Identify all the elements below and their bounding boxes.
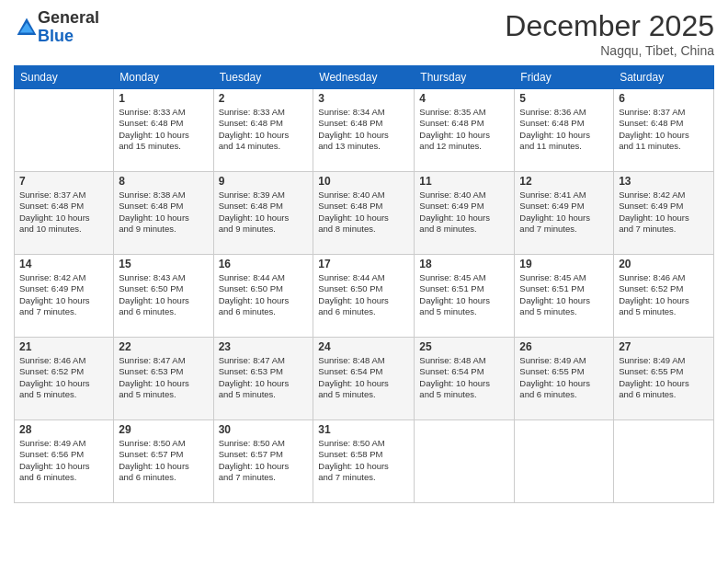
day-info: Sunrise: 8:33 AMSunset: 6:48 PMDaylight:… — [219, 107, 309, 152]
header-monday: Monday — [114, 66, 213, 89]
day-number: 9 — [219, 175, 309, 188]
day-info: Sunrise: 8:50 AMSunset: 6:58 PMDaylight:… — [318, 438, 409, 483]
day-number: 21 — [19, 340, 108, 353]
day-info: Sunrise: 8:38 AMSunset: 6:48 PMDaylight:… — [119, 190, 208, 235]
calendar-cell: 25Sunrise: 8:48 AMSunset: 6:54 PMDayligh… — [415, 338, 515, 420]
day-number: 25 — [419, 340, 509, 353]
day-info: Sunrise: 8:39 AMSunset: 6:48 PMDaylight:… — [219, 190, 309, 235]
day-number: 13 — [619, 175, 709, 188]
calendar-cell — [15, 89, 114, 172]
week-row-4: 21Sunrise: 8:46 AMSunset: 6:52 PMDayligh… — [15, 338, 714, 420]
day-number: 19 — [519, 258, 609, 270]
week-row-3: 14Sunrise: 8:42 AMSunset: 6:49 PMDayligh… — [15, 255, 714, 338]
calendar-cell: 15Sunrise: 8:43 AMSunset: 6:50 PMDayligh… — [114, 255, 213, 338]
calendar-cell: 16Sunrise: 8:44 AMSunset: 6:50 PMDayligh… — [213, 255, 313, 338]
logo-icon — [16, 17, 38, 39]
day-info: Sunrise: 8:47 AMSunset: 6:53 PMDaylight:… — [219, 355, 309, 400]
calendar-table: SundayMondayTuesdayWednesdayThursdayFrid… — [14, 65, 714, 503]
calendar-cell: 26Sunrise: 8:49 AMSunset: 6:55 PMDayligh… — [515, 338, 614, 420]
week-row-5: 28Sunrise: 8:49 AMSunset: 6:56 PMDayligh… — [15, 420, 714, 503]
day-number: 29 — [119, 423, 208, 436]
month-title: December 2025 — [505, 9, 714, 43]
day-info: Sunrise: 8:46 AMSunset: 6:52 PMDaylight:… — [19, 355, 108, 400]
calendar-cell: 5Sunrise: 8:36 AMSunset: 6:48 PMDaylight… — [515, 89, 614, 172]
day-number: 11 — [419, 175, 509, 188]
day-number: 23 — [219, 340, 309, 353]
header-sunday: Sunday — [15, 66, 114, 89]
calendar-cell: 20Sunrise: 8:46 AMSunset: 6:52 PMDayligh… — [614, 255, 714, 338]
calendar-cell: 31Sunrise: 8:50 AMSunset: 6:58 PMDayligh… — [313, 420, 415, 503]
calendar-cell: 2Sunrise: 8:33 AMSunset: 6:48 PMDaylight… — [213, 89, 313, 172]
day-info: Sunrise: 8:35 AMSunset: 6:48 PMDaylight:… — [419, 107, 509, 152]
day-number: 10 — [318, 175, 409, 188]
day-number: 2 — [219, 92, 309, 105]
calendar-cell: 13Sunrise: 8:42 AMSunset: 6:49 PMDayligh… — [614, 172, 714, 255]
calendar-cell: 18Sunrise: 8:45 AMSunset: 6:51 PMDayligh… — [415, 255, 515, 338]
day-number: 20 — [619, 258, 709, 270]
day-info: Sunrise: 8:42 AMSunset: 6:49 PMDaylight:… — [19, 272, 108, 317]
title-section: December 2025 Nagqu, Tibet, China — [505, 9, 714, 58]
calendar-cell: 3Sunrise: 8:34 AMSunset: 6:48 PMDaylight… — [313, 89, 415, 172]
calendar-cell: 4Sunrise: 8:35 AMSunset: 6:48 PMDaylight… — [415, 89, 515, 172]
day-number: 12 — [519, 175, 609, 188]
calendar-cell: 6Sunrise: 8:37 AMSunset: 6:48 PMDaylight… — [614, 89, 714, 172]
calendar-cell: 23Sunrise: 8:47 AMSunset: 6:53 PMDayligh… — [213, 338, 313, 420]
day-info: Sunrise: 8:45 AMSunset: 6:51 PMDaylight:… — [519, 272, 609, 317]
calendar-cell: 30Sunrise: 8:50 AMSunset: 6:57 PMDayligh… — [213, 420, 313, 503]
day-number: 8 — [119, 175, 208, 188]
day-number: 7 — [19, 175, 108, 188]
calendar-cell: 7Sunrise: 8:37 AMSunset: 6:48 PMDaylight… — [15, 172, 114, 255]
day-number: 18 — [419, 258, 509, 270]
day-number: 30 — [219, 423, 309, 436]
calendar-cell: 24Sunrise: 8:48 AMSunset: 6:54 PMDayligh… — [313, 338, 415, 420]
day-info: Sunrise: 8:46 AMSunset: 6:52 PMDaylight:… — [619, 272, 709, 317]
logo-general: General — [38, 9, 99, 28]
calendar-cell: 14Sunrise: 8:42 AMSunset: 6:49 PMDayligh… — [15, 255, 114, 338]
logo-blue: Blue — [38, 28, 99, 46]
header-tuesday: Tuesday — [213, 66, 313, 89]
calendar-cell — [415, 420, 515, 503]
day-info: Sunrise: 8:34 AMSunset: 6:48 PMDaylight:… — [318, 107, 409, 152]
day-info: Sunrise: 8:37 AMSunset: 6:48 PMDaylight:… — [19, 190, 108, 235]
calendar-cell — [515, 420, 614, 503]
logo-text: General Blue — [38, 9, 99, 46]
day-info: Sunrise: 8:36 AMSunset: 6:48 PMDaylight:… — [519, 107, 609, 152]
day-number: 15 — [119, 258, 208, 270]
day-info: Sunrise: 8:43 AMSunset: 6:50 PMDaylight:… — [119, 272, 208, 317]
logo: General Blue — [14, 9, 99, 46]
calendar-cell: 27Sunrise: 8:49 AMSunset: 6:55 PMDayligh… — [614, 338, 714, 420]
day-info: Sunrise: 8:45 AMSunset: 6:51 PMDaylight:… — [419, 272, 509, 317]
day-info: Sunrise: 8:49 AMSunset: 6:55 PMDaylight:… — [619, 355, 709, 400]
day-info: Sunrise: 8:37 AMSunset: 6:48 PMDaylight:… — [619, 107, 709, 152]
day-number: 16 — [219, 258, 309, 270]
calendar-cell: 29Sunrise: 8:50 AMSunset: 6:57 PMDayligh… — [114, 420, 213, 503]
day-number: 31 — [318, 423, 409, 436]
header: General Blue December 2025 Nagqu, Tibet,… — [14, 9, 714, 58]
day-info: Sunrise: 8:41 AMSunset: 6:49 PMDaylight:… — [519, 190, 609, 235]
calendar-cell: 22Sunrise: 8:47 AMSunset: 6:53 PMDayligh… — [114, 338, 213, 420]
calendar-cell: 21Sunrise: 8:46 AMSunset: 6:52 PMDayligh… — [15, 338, 114, 420]
calendar-cell: 8Sunrise: 8:38 AMSunset: 6:48 PMDaylight… — [114, 172, 213, 255]
day-info: Sunrise: 8:49 AMSunset: 6:55 PMDaylight:… — [519, 355, 609, 400]
day-number: 6 — [619, 92, 709, 105]
day-number: 3 — [318, 92, 409, 105]
header-friday: Friday — [515, 66, 614, 89]
calendar-header-row: SundayMondayTuesdayWednesdayThursdayFrid… — [15, 66, 714, 89]
week-row-2: 7Sunrise: 8:37 AMSunset: 6:48 PMDaylight… — [15, 172, 714, 255]
day-number: 24 — [318, 340, 409, 353]
calendar-cell — [614, 420, 714, 503]
day-info: Sunrise: 8:48 AMSunset: 6:54 PMDaylight:… — [419, 355, 509, 400]
header-wednesday: Wednesday — [313, 66, 415, 89]
calendar-cell: 12Sunrise: 8:41 AMSunset: 6:49 PMDayligh… — [515, 172, 614, 255]
day-info: Sunrise: 8:40 AMSunset: 6:49 PMDaylight:… — [419, 190, 509, 235]
day-number: 1 — [119, 92, 208, 105]
day-info: Sunrise: 8:48 AMSunset: 6:54 PMDaylight:… — [318, 355, 409, 400]
day-number: 28 — [19, 423, 108, 436]
calendar-cell: 19Sunrise: 8:45 AMSunset: 6:51 PMDayligh… — [515, 255, 614, 338]
day-info: Sunrise: 8:50 AMSunset: 6:57 PMDaylight:… — [219, 438, 309, 483]
day-number: 4 — [419, 92, 509, 105]
calendar-cell: 28Sunrise: 8:49 AMSunset: 6:56 PMDayligh… — [15, 420, 114, 503]
day-info: Sunrise: 8:40 AMSunset: 6:48 PMDaylight:… — [318, 190, 409, 235]
week-row-1: 1Sunrise: 8:33 AMSunset: 6:48 PMDaylight… — [15, 89, 714, 172]
day-info: Sunrise: 8:49 AMSunset: 6:56 PMDaylight:… — [19, 438, 108, 483]
